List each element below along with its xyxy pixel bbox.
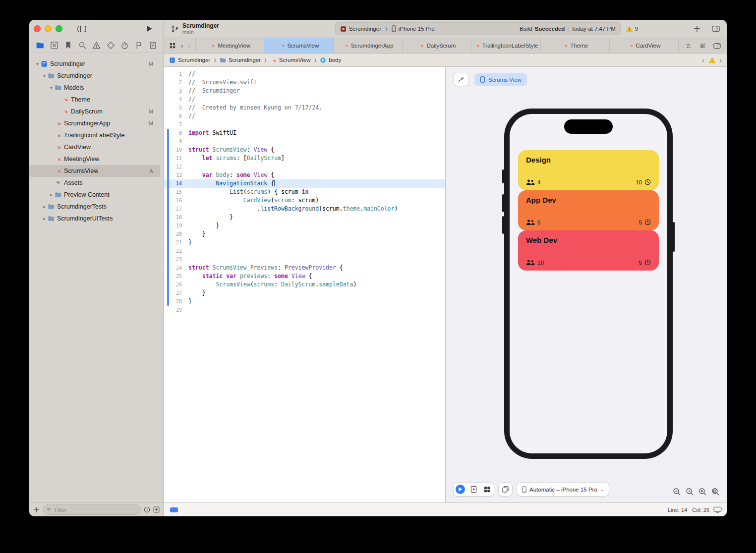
preview-device-menu[interactable]: Automatic – iPhone 15 Pro ⌄ bbox=[517, 483, 609, 496]
scheme-branch-area[interactable]: Scrumdinger main bbox=[171, 23, 285, 35]
code-line-19[interactable]: 19 } bbox=[164, 221, 445, 230]
nav-project-icon[interactable] bbox=[36, 41, 44, 50]
code-line-12[interactable]: 12 bbox=[164, 163, 445, 171]
back-icon[interactable]: ‹ bbox=[181, 42, 183, 50]
code-line-2[interactable]: 2// ScrumsView.swift bbox=[164, 78, 445, 87]
code-line-7[interactable]: 7 bbox=[164, 120, 445, 129]
code-line-17[interactable]: 17 .listRowBackground(scrum.theme.mainCo… bbox=[164, 205, 445, 213]
code-line-26[interactable]: 26 ScrumsView(scrums: DailyScrum.sampleD… bbox=[164, 280, 445, 289]
sidebar-item-assets[interactable]: Assets bbox=[29, 177, 160, 189]
source-editor[interactable]: 1//2// ScrumsView.swift3// Scrumdinger4/… bbox=[164, 67, 445, 502]
breadcrumb-body[interactable]: Pbody bbox=[320, 57, 341, 63]
chevron-right-icon[interactable]: ▸ bbox=[41, 204, 48, 209]
breadcrumb-scrumsview[interactable]: ScrumsView bbox=[270, 57, 311, 63]
tab-scrumsview[interactable]: ScrumsView bbox=[264, 38, 333, 53]
adjust-editor-icon[interactable] bbox=[699, 43, 706, 49]
pin-preview-button[interactable] bbox=[454, 73, 468, 86]
sidebar-item-dailyscrum[interactable]: DailyScrumM bbox=[29, 106, 160, 117]
scrum-card-app-dev[interactable]: App Dev55 bbox=[518, 190, 659, 230]
related-items-icon[interactable] bbox=[169, 42, 176, 49]
code-line-23[interactable]: 23 bbox=[164, 255, 445, 264]
toggle-sidebar-icon[interactable] bbox=[77, 25, 86, 33]
sidebar-item-scrumdingerapp[interactable]: ScrumdingerAppM bbox=[29, 117, 160, 129]
tab-dailyscrum[interactable]: DailyScrum bbox=[402, 38, 471, 53]
nav-debug-icon[interactable] bbox=[120, 41, 129, 50]
display-icon[interactable] bbox=[713, 506, 722, 513]
code-line-25[interactable]: 25 static var previews: some View { bbox=[164, 272, 445, 280]
sidebar-item-scrumdingertests[interactable]: ▸ScrumdingerTests bbox=[29, 201, 160, 213]
minimize-window-button[interactable] bbox=[45, 25, 52, 32]
scm-filter-icon[interactable] bbox=[153, 506, 160, 513]
chevron-down-icon[interactable]: ▾ bbox=[34, 61, 41, 66]
code-line-29[interactable]: 29 bbox=[164, 306, 445, 314]
recents-filter-icon[interactable] bbox=[144, 506, 150, 513]
selectable-preview-button[interactable] bbox=[467, 483, 480, 496]
code-line-4[interactable]: 4// bbox=[164, 95, 445, 104]
code-review-icon[interactable] bbox=[685, 43, 692, 49]
library-plus-icon[interactable] bbox=[693, 25, 701, 32]
code-line-9[interactable]: 9 bbox=[164, 137, 445, 146]
close-window-button[interactable] bbox=[34, 25, 41, 32]
sidebar-item-trailingiconlabelstyle[interactable]: TrailingIconLabelStyle bbox=[29, 129, 160, 141]
sidebar-item-scrumdinger[interactable]: ▾ScrumdingerM bbox=[29, 58, 160, 70]
code-line-28[interactable]: 28} bbox=[164, 297, 445, 306]
zoom-window-button[interactable] bbox=[56, 25, 62, 32]
nav-report-icon[interactable] bbox=[149, 41, 157, 50]
code-line-1[interactable]: 1// bbox=[164, 70, 445, 78]
run-button[interactable] bbox=[146, 25, 153, 32]
activity-view[interactable]: Scrumdinger ❯ iPhone 15 Pro Build Succee… bbox=[335, 22, 621, 35]
scrum-card-web-dev[interactable]: Web Dev105 bbox=[518, 230, 659, 271]
live-preview-button[interactable] bbox=[454, 483, 467, 496]
code-line-14[interactable]: 14 NavigationStack { bbox=[164, 179, 445, 188]
code-line-5[interactable]: 5// Created by minseo Kyung on 7/17/24. bbox=[164, 104, 445, 112]
nav-tests-icon[interactable] bbox=[107, 41, 115, 50]
next-issue-icon[interactable]: › bbox=[720, 56, 722, 64]
zoom-out-icon[interactable] bbox=[673, 488, 681, 496]
previous-issue-icon[interactable]: ‹ bbox=[702, 56, 704, 64]
code-line-8[interactable]: 8import SwiftUI bbox=[164, 129, 445, 137]
chevron-down-icon[interactable]: ▾ bbox=[41, 73, 48, 78]
scrum-card-design[interactable]: Design410 bbox=[518, 150, 659, 190]
chevron-right-icon[interactable]: ▸ bbox=[41, 216, 48, 221]
tab-trailingiconlabelstyle[interactable]: TrailingIconLabelStyle bbox=[471, 38, 540, 53]
device-settings-button[interactable] bbox=[499, 483, 512, 496]
code-line-13[interactable]: 13 var body: some View { bbox=[164, 171, 445, 179]
sidebar-item-theme[interactable]: Theme bbox=[29, 94, 160, 106]
preview-tab[interactable]: Scrums View bbox=[474, 73, 527, 86]
nav-issues-icon[interactable] bbox=[92, 41, 101, 50]
sidebar-item-scrumdingeruitests[interactable]: ▸ScrumdingerUITests bbox=[29, 213, 160, 224]
code-line-16[interactable]: 16 CardView(scrum: scrum) bbox=[164, 196, 445, 205]
nav-vcs-icon[interactable] bbox=[50, 41, 58, 50]
editor-layout-icon[interactable] bbox=[712, 25, 720, 32]
destination-name[interactable]: iPhone 15 Pro bbox=[399, 26, 435, 32]
tab-theme[interactable]: Theme bbox=[540, 38, 609, 53]
variants-grid-button[interactable] bbox=[480, 483, 494, 496]
zoom-in-icon[interactable] bbox=[698, 488, 707, 496]
tab-scrumdingerapp[interactable]: ScrumdingerApp bbox=[333, 38, 402, 53]
code-line-11[interactable]: 11 let scrums: [DailyScrum] bbox=[164, 154, 445, 163]
code-line-20[interactable]: 20 } bbox=[164, 230, 445, 238]
add-file-icon[interactable] bbox=[33, 506, 40, 513]
sidebar-item-cardview[interactable]: CardView bbox=[29, 141, 160, 153]
sidebar-item-preview-content[interactable]: ▸Preview Content bbox=[29, 189, 160, 201]
nav-breakpoint-icon[interactable] bbox=[135, 41, 143, 50]
breadcrumb-scrumdinger[interactable]: Scrumdinger bbox=[169, 57, 210, 63]
filter-input[interactable] bbox=[54, 506, 137, 513]
zoom-fit-icon[interactable] bbox=[711, 488, 720, 496]
chevron-right-icon[interactable]: ▸ bbox=[48, 192, 55, 197]
forward-icon[interactable]: › bbox=[188, 42, 190, 50]
add-editor-icon[interactable] bbox=[713, 43, 721, 49]
nav-bookmark-icon[interactable] bbox=[64, 41, 72, 50]
code-line-22[interactable]: 22 bbox=[164, 247, 445, 255]
filter-field[interactable] bbox=[43, 504, 141, 515]
sidebar-item-meetingview[interactable]: MeetingView bbox=[29, 153, 160, 165]
tab-cardview[interactable]: CardView bbox=[609, 38, 678, 53]
zoom-actual-size-icon[interactable] bbox=[686, 488, 694, 496]
breadcrumb-scrumdinger[interactable]: Scrumdinger bbox=[220, 57, 261, 63]
scheme-name[interactable]: Scrumdinger bbox=[349, 26, 381, 32]
code-line-15[interactable]: 15 List(scrums) { scrum in bbox=[164, 188, 445, 196]
code-line-3[interactable]: 3// Scrumdinger bbox=[164, 87, 445, 95]
code-line-6[interactable]: 6// bbox=[164, 112, 445, 120]
code-line-18[interactable]: 18 } bbox=[164, 213, 445, 221]
tab-meetingview[interactable]: MeetingView bbox=[195, 38, 264, 53]
